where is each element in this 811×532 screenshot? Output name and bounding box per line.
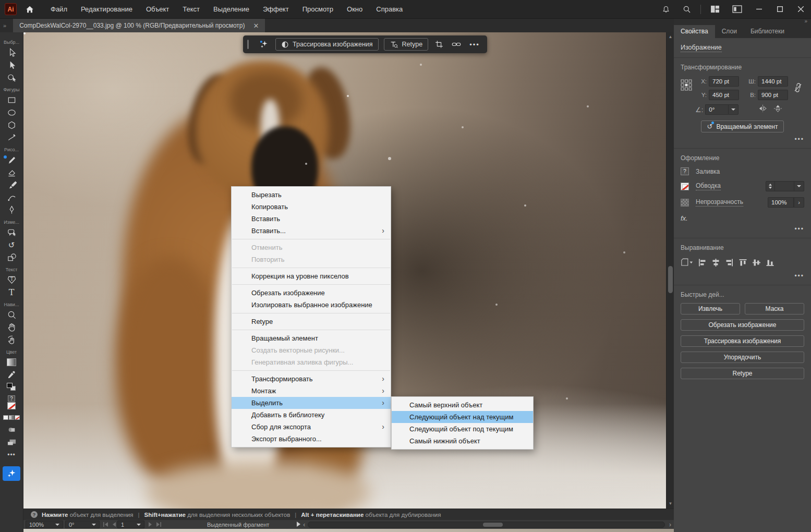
object-selection-tool[interactable]: [3, 71, 20, 83]
rotate-tool[interactable]: ↺: [3, 238, 20, 251]
align-more-icon[interactable]: •••: [681, 272, 804, 280]
menu-file[interactable]: Файл: [44, 0, 74, 19]
submenu-topmost-object[interactable]: Самый верхний объект: [392, 399, 533, 411]
draw-mode-icon[interactable]: [3, 424, 20, 436]
extract-button[interactable]: Извлечь: [681, 303, 740, 315]
pen-tool[interactable]: [3, 203, 20, 216]
artboard-number-dropdown[interactable]: 1: [117, 521, 144, 528]
align-vertical-middle-icon[interactable]: [752, 258, 761, 269]
ctx-export-selection[interactable]: Экспорт выбранного...: [232, 433, 391, 445]
ctx-pixel-correction[interactable]: Коррекция на уровне пикселов: [232, 270, 391, 282]
scroll-left-icon[interactable]: ‹: [303, 521, 305, 528]
align-bottom-icon[interactable]: [766, 258, 774, 269]
canvas-vertical-scrollbar[interactable]: ▲ ▼: [666, 32, 674, 509]
crop-image-button[interactable]: Обрезать изображение: [681, 319, 804, 331]
taskbar-drag-handle[interactable]: [247, 40, 249, 49]
status-expand-icon[interactable]: [296, 522, 300, 528]
ctx-transform[interactable]: Трансформировать›: [232, 373, 391, 385]
panel-collapse-icon[interactable]: »: [804, 18, 807, 24]
ctx-retype[interactable]: Retype: [232, 316, 391, 328]
ellipse-tool[interactable]: [3, 106, 20, 118]
maximize-button[interactable]: [769, 0, 790, 19]
menu-type[interactable]: Текст: [176, 0, 207, 19]
tab-libraries[interactable]: Библиотеки: [744, 25, 791, 38]
opacity-options-icon[interactable]: ›: [794, 197, 804, 208]
rotatable-element-button[interactable]: ↺ Вращаемый элемент: [701, 120, 784, 132]
vertical-scroll-thumb[interactable]: [668, 266, 673, 293]
zoom-level-dropdown[interactable]: 100%: [26, 521, 63, 528]
shape-builder-tool[interactable]: [3, 251, 20, 263]
document-arrange-icon[interactable]: [726, 5, 748, 13]
close-button[interactable]: [790, 0, 811, 19]
submenu-next-object-below[interactable]: Следующий объект под текущим: [392, 423, 533, 435]
menu-edit[interactable]: Редактирование: [74, 0, 139, 19]
gradient-tool[interactable]: [3, 356, 20, 368]
taskbar-more-icon[interactable]: •••: [465, 41, 484, 49]
ctx-select[interactable]: Выделить›: [232, 397, 391, 409]
ctx-collect-for-export[interactable]: Сбор для экспорта›: [232, 421, 391, 433]
shaper-tool[interactable]: [3, 131, 20, 143]
align-left-icon[interactable]: [698, 258, 707, 269]
scroll-right-icon[interactable]: ›: [669, 521, 671, 528]
align-horizontal-center-icon[interactable]: [711, 258, 720, 269]
ctx-isolate-image[interactable]: Изолировать выбранное изображение: [232, 299, 391, 311]
menu-view[interactable]: Просмотр: [296, 0, 340, 19]
fill-swatch-unknown[interactable]: ?: [681, 167, 689, 175]
horizontal-scroll-thumb[interactable]: [483, 523, 503, 527]
ctx-cut[interactable]: Вырезать: [232, 189, 391, 201]
menu-window[interactable]: Окно: [340, 0, 369, 19]
flip-vertical-icon[interactable]: [773, 104, 782, 115]
chevron-down-icon[interactable]: [794, 181, 804, 191]
height-field[interactable]: 900 pt: [758, 90, 788, 100]
tab-properties[interactable]: Свойства: [674, 25, 715, 38]
fx-label[interactable]: fx.: [681, 214, 804, 222]
hand-tool[interactable]: [3, 321, 20, 333]
ctx-crop-image[interactable]: Обрезать изображение: [232, 287, 391, 299]
menu-select[interactable]: Выделение: [207, 0, 256, 19]
view-rotation-dropdown[interactable]: 0°: [65, 521, 100, 528]
illustrator-logo[interactable]: Ai: [5, 3, 17, 15]
ctx-copy[interactable]: Копировать: [232, 201, 391, 213]
ctx-add-to-library[interactable]: Добавить в библиотеку: [232, 409, 391, 421]
align-to-artboard-icon[interactable]: [681, 258, 693, 269]
search-icon[interactable]: [676, 5, 697, 14]
retype-button[interactable]: Retype: [384, 38, 429, 51]
opacity-field[interactable]: 100%: [768, 197, 794, 208]
fill-stroke-swatches[interactable]: [3, 381, 20, 393]
arrange-button[interactable]: Упорядочить: [681, 352, 804, 363]
ai-sparkle-icon[interactable]: [254, 39, 273, 50]
last-artboard-icon[interactable]: [156, 522, 161, 527]
ctx-rotatable-element[interactable]: Вращаемый элемент: [232, 332, 391, 344]
flip-horizontal-icon[interactable]: [758, 104, 767, 115]
width-field[interactable]: 1440 pt: [758, 76, 788, 87]
image-trace-button[interactable]: Трассировка изображения: [275, 38, 379, 51]
menu-object[interactable]: Объект: [139, 0, 176, 19]
y-field[interactable]: 450 pt: [709, 90, 739, 100]
stroke-label[interactable]: Обводка: [696, 182, 721, 190]
object-type-label[interactable]: Изображение: [681, 44, 722, 52]
selection-tool[interactable]: [3, 46, 20, 58]
ctx-paste[interactable]: Вставить: [232, 213, 391, 225]
tab-layers[interactable]: Слои: [715, 25, 744, 38]
paintbrush-tool[interactable]: [3, 178, 20, 191]
minimize-button[interactable]: [748, 0, 769, 19]
tab-close-icon[interactable]: ✕: [253, 22, 259, 30]
color-mode-swatches[interactable]: [3, 411, 20, 424]
menu-help[interactable]: Справка: [369, 0, 409, 19]
home-icon[interactable]: [25, 5, 34, 14]
stroke-weight-field[interactable]: [775, 181, 794, 191]
scroll-up-icon[interactable]: ▲: [667, 33, 674, 41]
crop-icon[interactable]: [431, 40, 447, 49]
reference-point-grid-icon[interactable]: [681, 79, 692, 103]
opacity-swatch[interactable]: [681, 199, 689, 207]
touch-type-tool[interactable]: T: [3, 273, 20, 286]
x-field[interactable]: 720 pt: [709, 76, 739, 87]
document-tab[interactable]: CompDeskWalCol-2970__033.jpg @ 100 % (RG…: [13, 19, 265, 32]
stroke-swatch-none[interactable]: [681, 183, 689, 190]
rectangle-tool[interactable]: [3, 93, 20, 106]
transform-more-icon[interactable]: •••: [681, 136, 804, 143]
type-tool[interactable]: T: [3, 286, 20, 298]
curvature-tool[interactable]: [3, 191, 20, 203]
scroll-down-icon[interactable]: ▼: [667, 500, 674, 507]
previous-artboard-icon[interactable]: [112, 522, 116, 527]
